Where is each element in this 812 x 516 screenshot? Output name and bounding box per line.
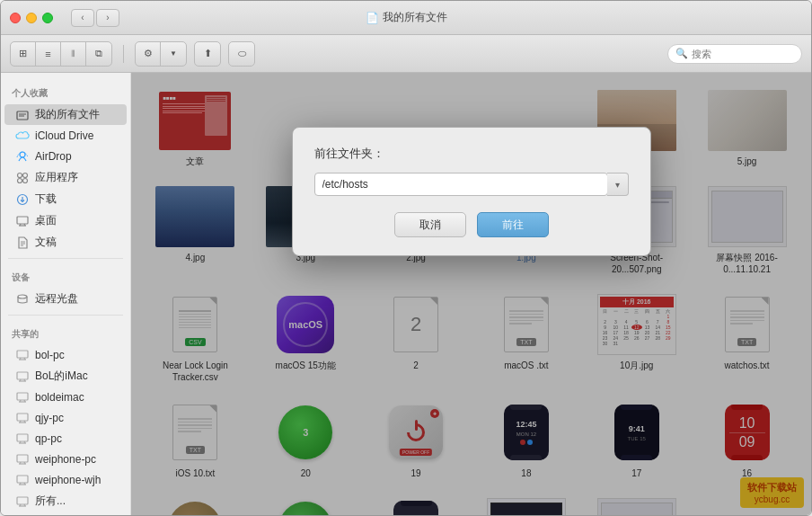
file-area: ■■■■ — [131, 73, 811, 515]
search-input[interactable] — [692, 49, 794, 59]
svg-point-17 — [18, 295, 27, 298]
svg-rect-26 — [17, 393, 28, 400]
downloads-icon — [15, 192, 30, 207]
sidebar-item-airdrop[interactable]: AirDrop — [4, 147, 127, 166]
modal-confirm-button[interactable]: 前往 — [477, 212, 549, 237]
list-view-btn[interactable]: ≡ — [36, 42, 61, 66]
modal-input-row: ▾ — [314, 173, 629, 196]
qjy-pc-icon — [15, 411, 30, 425]
modal-cancel-button[interactable]: 取消 — [394, 212, 466, 237]
sidebar-label-qjy-pc: qjy-pc — [35, 412, 64, 424]
sidebar-div-1 — [8, 258, 123, 259]
share-group: ⬆ — [194, 41, 221, 67]
nav-buttons: ‹ › — [71, 9, 119, 27]
sidebar-item-my-files[interactable]: 我的所有文件 — [4, 104, 127, 125]
svg-rect-22 — [17, 372, 28, 379]
arrange-btn[interactable]: ⚙ — [136, 42, 161, 66]
qp-pc-icon — [15, 431, 30, 446]
remote-disk-icon — [15, 292, 30, 307]
svg-point-6 — [18, 178, 22, 182]
sidebar-label-weiphone-wjh: weiphone-wjh — [35, 474, 101, 486]
desktop-icon — [15, 214, 30, 228]
sidebar-label-weiphone-pc: weiphone-pc — [35, 453, 96, 466]
forward-button[interactable]: › — [96, 9, 119, 27]
sidebar-item-all[interactable]: 所有... — [4, 491, 127, 512]
documents-icon — [15, 236, 30, 250]
sidebar-label-bol-imac: BoL的iMac — [35, 369, 88, 384]
main-window: ‹ › 📄 我的所有文件 ⊞ ≡ ⦀ ⧉ ⚙ ▼ ⬆ ⬭ 🔍 — [0, 0, 812, 516]
svg-point-4 — [18, 173, 22, 177]
close-button[interactable] — [10, 13, 21, 23]
sidebar-label-desktop: 桌面 — [35, 213, 57, 228]
titlebar: ‹ › 📄 我的所有文件 — [1, 1, 811, 35]
sidebar-item-boldeimac[interactable]: boldeimac — [4, 387, 127, 407]
sidebar-item-bol-imac[interactable]: BoL的iMac — [4, 366, 127, 387]
traffic-lights — [10, 13, 53, 23]
sidebar-label-airdrop: AirDrop — [35, 150, 72, 163]
sidebar-item-icloud[interactable]: iCloud Drive — [4, 126, 127, 146]
share-btn[interactable]: ⬆ — [195, 42, 220, 66]
title-icon: 📄 — [366, 12, 379, 24]
sidebar-item-documents[interactable]: 文稿 — [4, 232, 127, 253]
cover-flow-btn[interactable]: ⧉ — [86, 42, 111, 66]
svg-rect-46 — [17, 497, 28, 504]
window-title: 📄 我的所有文件 — [366, 10, 447, 25]
content-area: 个人收藏 我的所有文件 iCloud Drive AirDrop — [1, 73, 811, 515]
weiphone-pc-icon — [15, 452, 30, 467]
svg-point-7 — [23, 178, 28, 182]
goto-folder-modal: 前往文件夹： ▾ 取消 前往 — [292, 127, 651, 256]
sidebar-div-2 — [8, 315, 123, 316]
back-button[interactable]: ‹ — [71, 9, 94, 27]
apps-icon — [15, 171, 30, 185]
bol-pc-icon — [15, 348, 30, 362]
svg-rect-38 — [17, 455, 28, 462]
sidebar-item-apps[interactable]: 应用程序 — [4, 167, 127, 188]
sidebar-section-devices: 设备 — [1, 264, 130, 288]
svg-rect-42 — [17, 476, 28, 483]
svg-rect-34 — [17, 434, 28, 441]
my-files-icon — [15, 108, 30, 122]
folder-dropdown-arrow[interactable]: ▾ — [607, 173, 629, 196]
sidebar-label-remote-disk: 远程光盘 — [35, 291, 78, 307]
airdrop-icon — [15, 149, 30, 164]
minimize-button[interactable] — [26, 13, 37, 23]
column-view-btn[interactable]: ⦀ — [61, 42, 86, 66]
modal-overlay: 前往文件夹： ▾ 取消 前往 — [131, 73, 811, 515]
svg-rect-30 — [17, 414, 28, 421]
sidebar-item-weiphone-pc[interactable]: weiphone-pc — [4, 449, 127, 469]
toolbar-sep-1 — [123, 45, 124, 63]
sidebar-label-apps: 应用程序 — [35, 170, 78, 185]
goto-folder-input[interactable] — [314, 173, 608, 196]
modal-title: 前往文件夹： — [314, 146, 629, 162]
toolbar: ⊞ ≡ ⦀ ⧉ ⚙ ▼ ⬆ ⬭ 🔍 — [1, 35, 811, 73]
weiphone-wjh-icon — [15, 473, 30, 487]
sidebar-label-my-files: 我的所有文件 — [35, 107, 100, 122]
sidebar-label-documents: 文稿 — [35, 235, 57, 250]
tags-group: ⬭ — [228, 41, 255, 67]
icon-view-btn[interactable]: ⊞ — [11, 42, 36, 66]
sidebar-label-all: 所有... — [35, 494, 66, 509]
sidebar-item-desktop[interactable]: 桌面 — [4, 210, 127, 231]
tags-btn[interactable]: ⬭ — [229, 42, 254, 66]
sidebar-item-remote-disk[interactable]: 远程光盘 — [4, 289, 127, 309]
sidebar-label-qp-pc: qp-pc — [35, 432, 62, 445]
sidebar-item-qjy-pc[interactable]: qjy-pc — [4, 408, 127, 428]
svg-rect-10 — [17, 217, 28, 224]
modal-buttons: 取消 前往 — [314, 212, 629, 237]
search-box[interactable]: 🔍 — [667, 44, 802, 64]
sidebar-item-qp-pc[interactable]: qp-pc — [4, 429, 127, 449]
boldeimac-icon — [15, 390, 30, 405]
sidebar-label-boldeimac: boldeimac — [35, 391, 84, 404]
sidebar-item-weiphone-wjh[interactable]: weiphone-wjh — [4, 470, 127, 490]
svg-rect-18 — [17, 351, 28, 358]
bol-imac-icon — [15, 369, 30, 384]
sidebar-item-downloads[interactable]: 下载 — [4, 189, 127, 209]
maximize-button[interactable] — [42, 13, 53, 23]
arrange-arrow[interactable]: ▼ — [161, 42, 186, 66]
sort-group: ⚙ ▼ — [135, 41, 187, 67]
icloud-icon — [15, 129, 30, 143]
all-icon — [15, 494, 30, 509]
sidebar: 个人收藏 我的所有文件 iCloud Drive AirDrop — [1, 73, 131, 515]
sidebar-item-bol-pc[interactable]: bol-pc — [4, 345, 127, 365]
search-icon: 🔍 — [675, 48, 688, 59]
